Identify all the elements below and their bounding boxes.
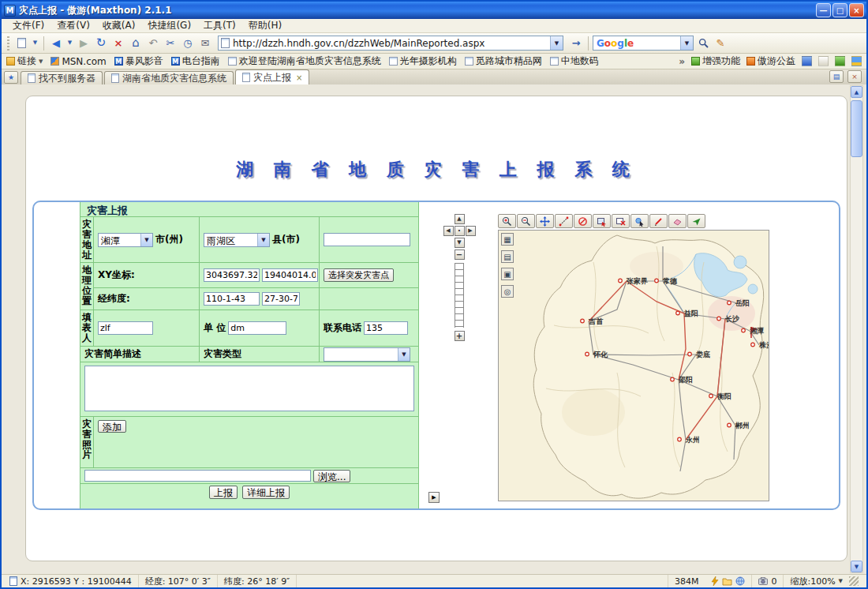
stop-button[interactable]: × xyxy=(110,36,126,51)
layer-list-button[interactable]: ▣ xyxy=(501,268,514,280)
fly-to-button[interactable] xyxy=(687,214,705,228)
description-textarea[interactable] xyxy=(84,366,414,411)
pan-left-button[interactable]: ◀ xyxy=(443,226,454,236)
sidebar-icon[interactable] xyxy=(802,56,812,66)
longitude-input[interactable] xyxy=(204,292,260,306)
menu-help[interactable]: 帮助(H) xyxy=(242,18,288,33)
minimize-button[interactable]: — xyxy=(816,3,831,17)
overview-map-button[interactable]: ▦ xyxy=(501,233,514,246)
clear-selection-button[interactable] xyxy=(612,214,630,228)
address-dropdown[interactable]: ▼ xyxy=(550,36,563,50)
address-detail-input[interactable] xyxy=(324,233,410,246)
snap-button[interactable]: ✂ xyxy=(163,36,178,51)
menu-file[interactable]: 文件(F) xyxy=(6,18,51,33)
y-coordinate-input[interactable] xyxy=(262,268,318,282)
pan-center-button[interactable]: · xyxy=(455,226,465,236)
new-tab-dropdown[interactable]: ▼ xyxy=(31,36,39,51)
bookmark-zhongdi[interactable]: 中地数码 xyxy=(550,54,599,68)
measure-distance-button[interactable] xyxy=(555,214,573,228)
menu-view[interactable]: 查看(V) xyxy=(51,18,96,33)
window-icon[interactable] xyxy=(818,56,829,66)
zoom-in-step-button[interactable]: + xyxy=(455,331,465,341)
tab-disaster-report[interactable]: 灾点上报 × xyxy=(235,69,309,84)
locate-button[interactable]: ◎ xyxy=(501,285,514,298)
refresh-button[interactable]: ↻ xyxy=(93,36,109,51)
home-button[interactable]: ⌂ xyxy=(128,36,144,51)
eraser-button[interactable] xyxy=(668,214,687,228)
tab-list-button[interactable]: ▤ xyxy=(829,70,844,83)
city-select[interactable]: 湘潭 ▼ xyxy=(98,233,153,247)
undo-button[interactable]: ↶ xyxy=(145,36,161,51)
new-tab-button[interactable] xyxy=(13,36,29,51)
clear-map-button[interactable] xyxy=(574,214,592,228)
go-button[interactable]: → xyxy=(568,36,584,51)
address-bar[interactable]: http://dzzh.hndh.gov.cn/dzzhWeb/MainRepo… xyxy=(218,36,563,51)
x-coordinate-input[interactable] xyxy=(204,268,260,282)
expand-panel-button[interactable]: ▶ xyxy=(428,492,440,503)
tab-server-not-found[interactable]: 找不到服务器 xyxy=(21,71,103,84)
search-engine-dropdown[interactable]: ▼ xyxy=(680,36,693,50)
back-dropdown[interactable]: ▼ xyxy=(65,36,74,51)
maximize-button[interactable]: □ xyxy=(832,3,847,17)
select-rectangle-button[interactable] xyxy=(593,214,611,228)
pan-button[interactable] xyxy=(536,214,554,228)
latitude-input[interactable] xyxy=(262,292,300,306)
favorites-toggle-button[interactable]: ★ xyxy=(4,71,18,84)
edit-page-button[interactable]: ✎ xyxy=(713,36,728,51)
globe-icon[interactable] xyxy=(735,576,745,586)
identify-button[interactable] xyxy=(630,214,649,228)
page-scrollbar[interactable]: ▲ ▼ xyxy=(850,85,863,573)
zoom-slider[interactable] xyxy=(455,263,464,328)
add-photo-button[interactable]: 添加 xyxy=(98,420,126,433)
bookmark-radio[interactable]: M 电台指南 xyxy=(171,54,220,68)
bookmark-baofeng[interactable]: M 暴风影音 xyxy=(114,54,163,68)
bookmark-links-folder[interactable]: 链接 ▼ xyxy=(6,54,43,68)
forward-button[interactable]: ▶ xyxy=(76,36,92,51)
mail-button[interactable]: ✉ xyxy=(197,36,213,51)
charity-button[interactable]: 傲游公益 xyxy=(746,54,795,68)
scroll-up-button[interactable]: ▲ xyxy=(851,86,862,98)
tab-hunan-geo-system[interactable]: 湖南省地质灾害信息系统 xyxy=(104,71,234,84)
history-button[interactable]: ◷ xyxy=(180,36,196,51)
detail-submit-button[interactable]: 详细上报 xyxy=(242,486,290,499)
search-button[interactable] xyxy=(695,36,711,51)
folder-icon[interactable] xyxy=(722,577,732,586)
unit-input[interactable] xyxy=(228,321,286,335)
search-box[interactable]: Google ▼ xyxy=(593,36,694,51)
pan-right-button[interactable]: ▶ xyxy=(466,226,476,236)
disaster-type-select[interactable]: ▼ xyxy=(324,347,410,362)
scroll-down-button[interactable]: ▼ xyxy=(851,561,862,572)
menu-tools[interactable]: 工具(T) xyxy=(197,18,242,33)
zoom-in-button[interactable] xyxy=(498,214,516,228)
pan-down-button[interactable]: ▼ xyxy=(455,238,465,248)
close-tab-icon[interactable]: × xyxy=(296,73,302,82)
plugins-button[interactable]: 增强功能 xyxy=(691,54,740,68)
reporter-name-input[interactable] xyxy=(98,321,153,335)
legend-button[interactable]: ▤ xyxy=(501,250,514,263)
phone-input[interactable] xyxy=(364,321,408,335)
close-tab-button[interactable]: × xyxy=(847,70,862,83)
maxthon-icon[interactable] xyxy=(851,56,862,66)
county-select[interactable]: 雨湖区 ▼ xyxy=(204,233,270,247)
close-button[interactable]: × xyxy=(849,3,864,17)
bookmark-city[interactable]: 觅路城市精品网 xyxy=(465,54,542,68)
bookmark-hunan-geo[interactable]: 欢迎登陆湖南省地质灾害信息系统 xyxy=(228,54,381,68)
lightning-icon[interactable] xyxy=(711,576,719,586)
pick-disaster-point-button[interactable]: 选择突发灾害点 xyxy=(324,268,394,282)
pan-up-button[interactable]: ▲ xyxy=(455,214,465,224)
url-text[interactable]: http://dzzh.hndh.gov.cn/dzzhWeb/MainRepo… xyxy=(230,38,550,49)
file-path-input[interactable] xyxy=(84,470,311,482)
zoom-segment[interactable]: 缩放:100% ▼ xyxy=(784,575,865,587)
scrollbar-thumb[interactable] xyxy=(851,100,862,157)
menu-groups[interactable]: 快捷组(G) xyxy=(141,18,197,33)
zoom-out-button[interactable] xyxy=(517,214,535,228)
back-button[interactable]: ◀ xyxy=(48,36,64,51)
browse-button[interactable]: 浏览... xyxy=(313,470,350,482)
rss-icon[interactable] xyxy=(835,56,845,66)
zoom-out-step-button[interactable]: − xyxy=(455,249,465,260)
overflow-chevron[interactable]: » xyxy=(679,56,685,67)
mark-point-button[interactable] xyxy=(649,214,668,228)
menu-favorites[interactable]: 收藏(A) xyxy=(96,18,142,33)
snapshot-segment[interactable]: 0 xyxy=(752,575,784,587)
submit-button[interactable]: 上报 xyxy=(209,486,238,499)
